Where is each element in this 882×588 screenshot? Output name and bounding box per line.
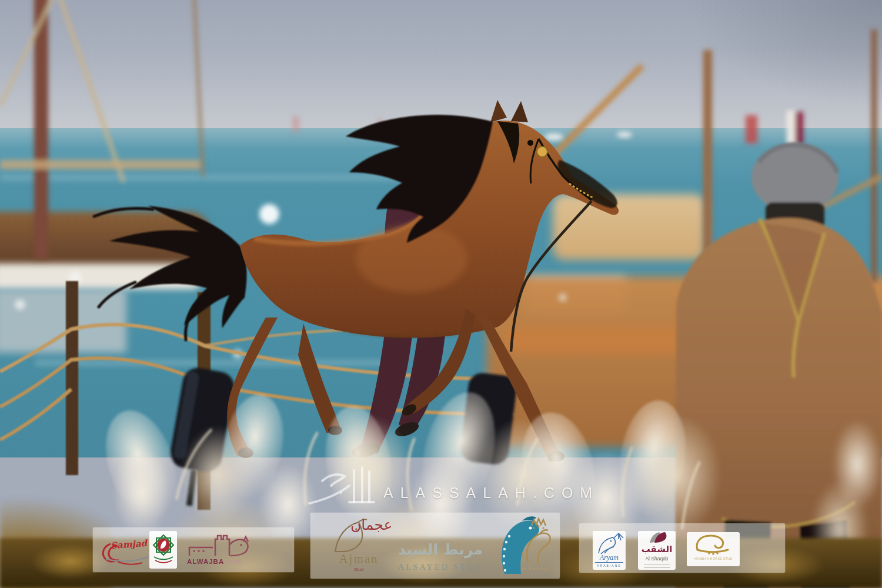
alwajba-fort-horse-icon bbox=[187, 532, 252, 557]
federation-emblem-icon bbox=[149, 531, 177, 569]
alsayed-arabic: مربط السيد bbox=[396, 541, 485, 558]
alwajba-sublabel: STUD bbox=[226, 559, 243, 565]
aryam-sublabel: ARABIANS bbox=[595, 562, 623, 567]
logo-federation-emblem bbox=[149, 531, 177, 569]
ajman-label: Ajman bbox=[329, 552, 388, 566]
horse-eye bbox=[527, 140, 533, 146]
horse-ear bbox=[511, 101, 528, 122]
gold-stud-label: ARABIAN HORSE STUD bbox=[687, 557, 740, 560]
logo-samjad: Samjad bbox=[98, 536, 152, 566]
logo-ajman-stud: عجمان Ajman Stud bbox=[325, 517, 393, 576]
watermark-calligraphy-icon bbox=[306, 465, 388, 513]
sponsor-panel-left: Samjad ALWAJ bbox=[93, 527, 294, 572]
alshaqab-caption-rule bbox=[644, 564, 670, 568]
sponsor-panel-middle: عجمان Ajman Stud مربط السيد ALSAYED STUD bbox=[310, 513, 560, 579]
logo-alshaqab: الشقب Al Shaqab bbox=[638, 531, 676, 570]
watermark-text: ALASSALAH.COM bbox=[383, 485, 599, 502]
logo-alrajhiat: AL RAJHIAT bbox=[517, 517, 555, 576]
photo-arabian-horse-show: ALASSALAH.COM Samjad bbox=[0, 0, 882, 588]
alshaqab-horses-icon bbox=[638, 531, 676, 544]
gold-calligraphy-horse-icon bbox=[687, 532, 740, 556]
sponsor-panel-right: Aryam ARABIANS الشقب Al Shaqab ARABIAN H… bbox=[579, 523, 785, 573]
alrajhiat-label: AL RAJHIAT bbox=[510, 567, 561, 571]
logo-alsayed-stud: مربط السيد ALSAYED STUD bbox=[396, 526, 485, 573]
logo-alwajba-stud: ALWAJBA STUD bbox=[187, 532, 252, 569]
logo-gold-arabian-stud: ARABIAN HORSE STUD bbox=[687, 532, 740, 566]
ajman-sublabel: Stud bbox=[329, 567, 388, 572]
alrajhiat-crowned-horse-icon bbox=[517, 517, 555, 567]
horse-ear bbox=[490, 100, 507, 122]
aryam-label: Aryam bbox=[593, 553, 626, 562]
alshaqab-label: Al Shaqab bbox=[638, 556, 676, 562]
logo-aryam-arabians: Aryam ARABIANS bbox=[593, 531, 626, 570]
alsayed-label: ALSAYED STUD bbox=[396, 562, 485, 572]
horse-tail bbox=[109, 206, 247, 328]
halter-medallion bbox=[537, 146, 547, 157]
alwajba-label: ALWAJBA bbox=[187, 558, 224, 565]
aryam-horse-palm-icon bbox=[593, 531, 626, 554]
ajman-arabic: عجمان bbox=[350, 516, 392, 533]
alshaqab-arabic: الشقب bbox=[638, 544, 676, 554]
